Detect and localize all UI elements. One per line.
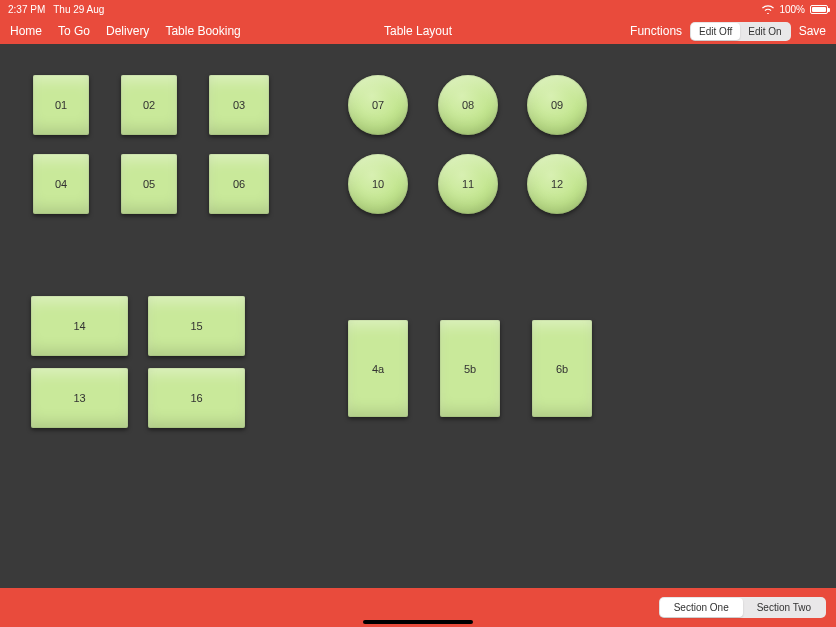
edit-on-seg[interactable]: Edit On [740,23,789,40]
table-07[interactable]: 07 [348,75,408,135]
edit-mode-segmented[interactable]: Edit Off Edit On [690,22,791,41]
table-13[interactable]: 13 [31,368,128,428]
table-4a[interactable]: 4a [348,320,408,417]
edit-off-seg[interactable]: Edit Off [691,23,740,40]
functions-button[interactable]: Functions [630,24,682,38]
table-02[interactable]: 02 [121,75,177,135]
table-15[interactable]: 15 [148,296,245,356]
wifi-icon [762,5,774,14]
section-two-seg[interactable]: Section Two [743,598,825,617]
nav-bar: Home To Go Delivery Table Booking Table … [0,18,836,44]
table-6b[interactable]: 6b [532,320,592,417]
section-one-seg[interactable]: Section One [660,598,743,617]
nav-delivery[interactable]: Delivery [106,24,149,38]
status-time: 2:37 PM [8,4,45,15]
nav-to-go[interactable]: To Go [58,24,90,38]
nav-home[interactable]: Home [10,24,42,38]
table-10[interactable]: 10 [348,154,408,214]
table-16[interactable]: 16 [148,368,245,428]
status-battery-pct: 100% [779,4,805,15]
status-date: Thu 29 Aug [53,4,104,15]
status-bar: 2:37 PM Thu 29 Aug 100% [0,0,836,18]
save-button[interactable]: Save [799,24,826,38]
table-08[interactable]: 08 [438,75,498,135]
battery-icon [810,5,828,14]
table-14[interactable]: 14 [31,296,128,356]
home-indicator [363,620,473,624]
table-03[interactable]: 03 [209,75,269,135]
table-09[interactable]: 09 [527,75,587,135]
table-04[interactable]: 04 [33,154,89,214]
table-11[interactable]: 11 [438,154,498,214]
table-06[interactable]: 06 [209,154,269,214]
bottom-bar: Section One Section Two [0,588,836,627]
table-12[interactable]: 12 [527,154,587,214]
table-5b[interactable]: 5b [440,320,500,417]
table-01[interactable]: 01 [33,75,89,135]
page-title: Table Layout [384,24,452,38]
nav-table-booking[interactable]: Table Booking [165,24,240,38]
section-segmented[interactable]: Section One Section Two [659,597,826,618]
table-05[interactable]: 05 [121,154,177,214]
layout-canvas[interactable]: 01 02 03 04 05 06 07 08 09 10 11 12 14 1… [0,44,836,588]
